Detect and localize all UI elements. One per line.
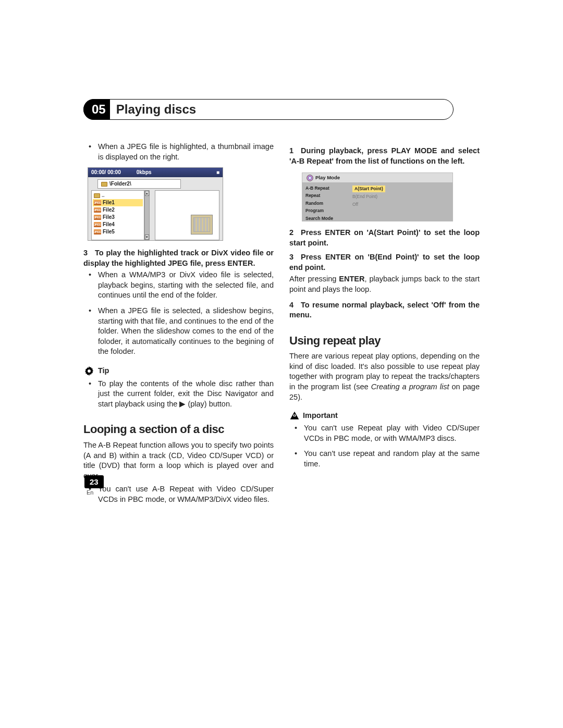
after-enter-text: After pressing ENTER, playback jumps bac… (289, 274, 480, 294)
file-list: .. JPEGFile1 JPEGFile2 JPEGFile3 JPEGFil… (91, 190, 144, 240)
thumbnail-pane (155, 190, 219, 240)
jpeg-icon: JPEG (94, 222, 101, 227)
looping-restriction: You can't use A-B Repeat with Video CD/S… (98, 484, 274, 504)
step3-bullet-2: When a JPEG file is selected, a slidesho… (98, 306, 274, 357)
tip-text: To play the contents of the whole disc r… (98, 379, 274, 410)
elapsed-time: 00:00/ 00:00 (91, 169, 121, 176)
tip-label: Tip (98, 366, 109, 376)
chapter-title: Playing discs (110, 102, 209, 117)
file-item: File2 (103, 206, 115, 214)
right-step3: 3Press ENTER on 'B(End Point)' to set th… (289, 252, 480, 273)
intro-bullet: When a JPEG file is highlighted, a thumb… (98, 142, 274, 162)
file-scrollbar: ▴▾ (144, 190, 150, 240)
play-mode-screenshot: Play Mode A-B Repeat Repeat Random Progr… (302, 172, 453, 221)
playmode-options: A(Start Point) B(End Point) Off (349, 184, 449, 218)
file-item: File5 (103, 228, 115, 236)
folder-up-icon (94, 193, 100, 198)
disc-icon (307, 175, 313, 181)
repeat-heading: Using repeat play (289, 333, 480, 349)
jpeg-icon: JPEG (94, 200, 101, 205)
step3-bullet-1: When a WMA/MP3 or DivX video file is sel… (98, 270, 274, 301)
step-3-heading: 3To play the highlighted track or DivX v… (83, 248, 274, 268)
stop-icon: ■ (216, 169, 219, 176)
chapter-header: 05 Playing discs (83, 99, 480, 120)
important-b1: You can't use Repeat play with Video CD/… (304, 423, 480, 443)
right-step2: 2Press ENTER on 'A(Start Point)' to set … (289, 228, 480, 248)
important-row: Important (289, 411, 480, 421)
important-b2: You can't use repeat and random play at … (304, 449, 480, 469)
repeat-text: There are various repeat play options, d… (289, 351, 480, 402)
playmode-title: Play Mode (315, 175, 340, 181)
page-number: 23 (84, 475, 104, 488)
svg-rect-3 (294, 415, 295, 416)
svg-point-0 (88, 369, 91, 373)
file-item: File1 (103, 199, 115, 206)
current-folder: \Folder2\ (109, 180, 131, 188)
disc-navigator-screenshot: 00:00/ 00:00 0kbps ■ \Folder2\ .. JPEGFi… (88, 167, 223, 241)
warning-icon (289, 411, 300, 421)
important-label: Important (303, 411, 338, 421)
page-footer: 23 En (84, 475, 104, 496)
playmode-functions: A-B Repeat Repeat Random Program Search … (305, 184, 349, 218)
file-item: File3 (103, 214, 115, 221)
svg-point-4 (294, 416, 295, 417)
tip-row: Tip (83, 365, 274, 377)
chapter-number: 05 (83, 99, 110, 120)
looping-heading: Looping a section of a disc (83, 422, 274, 437)
jpeg-icon: JPEG (94, 207, 101, 213)
file-item: File4 (103, 221, 115, 228)
folder-icon (101, 182, 107, 187)
right-step4: 4To resume normal playback, select 'Off'… (289, 300, 480, 320)
jpeg-icon: JPEG (94, 229, 101, 235)
gear-icon (83, 365, 95, 377)
jpeg-icon: JPEG (94, 215, 101, 220)
right-step1: 1During playback, press PLAY MODE and se… (289, 146, 480, 166)
looping-text: The A-B Repeat function allows you to sp… (83, 440, 274, 481)
thumbnail-image (191, 215, 213, 235)
bitrate: 0kbps (137, 169, 152, 176)
page-locale: En (87, 489, 104, 496)
